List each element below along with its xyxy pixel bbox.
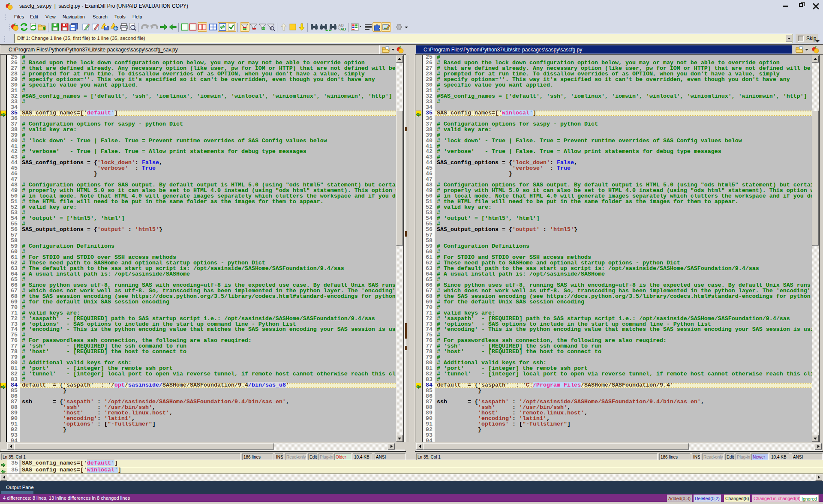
svg-text:AB: AB [340,27,346,31]
